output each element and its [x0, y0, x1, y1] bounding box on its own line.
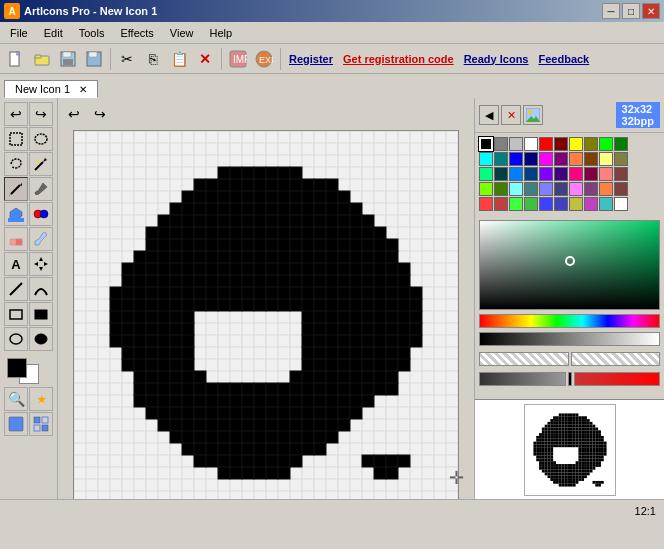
red-strip[interactable]: [574, 372, 661, 386]
tab-close-button[interactable]: ✕: [79, 84, 87, 95]
new-button[interactable]: [4, 47, 28, 71]
rect-select-tool[interactable]: [4, 127, 28, 151]
color-violet[interactable]: [539, 167, 553, 181]
register-link[interactable]: Register: [285, 53, 337, 65]
undo-button[interactable]: ↩: [4, 102, 28, 126]
color-periwinkle[interactable]: [539, 182, 553, 196]
color-black[interactable]: [479, 137, 493, 151]
color-darklime[interactable]: [494, 182, 508, 196]
color-gradient[interactable]: [479, 220, 660, 310]
color-brick[interactable]: [494, 197, 508, 211]
color-skyblue[interactable]: [509, 167, 523, 181]
color-darkolive[interactable]: [614, 152, 628, 166]
line-tool[interactable]: [4, 277, 28, 301]
move-tool[interactable]: [29, 252, 53, 276]
tab-new-icon-1[interactable]: New Icon 1 ✕: [4, 80, 98, 98]
magic-wand-tool[interactable]: ✦: [29, 152, 53, 176]
eyedropper-tool[interactable]: [29, 227, 53, 251]
close-button[interactable]: ✕: [642, 3, 660, 19]
color-slate[interactable]: [554, 182, 568, 196]
color-medblue[interactable]: [539, 197, 553, 211]
color-blue[interactable]: [509, 152, 523, 166]
color-darkteal[interactable]: [494, 167, 508, 181]
open-button[interactable]: [30, 47, 54, 71]
minimize-button[interactable]: ─: [602, 3, 620, 19]
brush-tool[interactable]: [29, 177, 53, 201]
import-button[interactable]: IMP: [226, 47, 250, 71]
color-whiteend[interactable]: [614, 197, 628, 211]
color-brown[interactable]: [584, 152, 598, 166]
color-olive[interactable]: [584, 137, 598, 151]
color-mint[interactable]: [479, 167, 493, 181]
color-darkrose[interactable]: [614, 167, 628, 181]
color-rose[interactable]: [584, 167, 598, 181]
color-orange[interactable]: [569, 152, 583, 166]
color-coral[interactable]: [599, 182, 613, 196]
color-medpurple[interactable]: [584, 197, 598, 211]
color-yellow[interactable]: [569, 137, 583, 151]
eraser-tool[interactable]: [4, 227, 28, 251]
color-tomato[interactable]: [479, 197, 493, 211]
color-green[interactable]: [614, 137, 628, 151]
rp-image-button[interactable]: [523, 105, 543, 125]
color-sienna[interactable]: [614, 182, 628, 196]
color-salmon[interactable]: [599, 167, 613, 181]
color-magenta[interactable]: [539, 152, 553, 166]
color-gray[interactable]: [509, 137, 523, 151]
menu-tools[interactable]: Tools: [71, 25, 113, 41]
circle-select-tool[interactable]: [29, 127, 53, 151]
dotted-mode-btn[interactable]: [29, 412, 53, 436]
paint-mode-btn[interactable]: [4, 412, 28, 436]
color-white[interactable]: [524, 137, 538, 151]
zoom-tool[interactable]: 🔍: [4, 387, 28, 411]
fill-tool[interactable]: [4, 202, 28, 226]
color-mauve[interactable]: [584, 182, 598, 196]
transparent-strip-2[interactable]: [571, 352, 661, 366]
save-button[interactable]: [56, 47, 80, 71]
filled-ellipse-tool[interactable]: [29, 327, 53, 351]
text-tool[interactable]: A: [4, 252, 28, 276]
color-darkgray[interactable]: [494, 137, 508, 151]
color-medgreen[interactable]: [524, 197, 538, 211]
menu-help[interactable]: Help: [201, 25, 240, 41]
hue-slider[interactable]: [479, 314, 660, 328]
dark-strip[interactable]: [479, 372, 566, 386]
lasso-tool[interactable]: [4, 152, 28, 176]
color-medindigo[interactable]: [554, 197, 568, 211]
color-lightcyan[interactable]: [509, 182, 523, 196]
color-chartreuse[interactable]: [479, 182, 493, 196]
rect-tool[interactable]: [4, 302, 28, 326]
color-darkred[interactable]: [554, 137, 568, 151]
paste-button[interactable]: 📋: [167, 47, 191, 71]
saveall-button[interactable]: [82, 47, 106, 71]
rp-prev-button[interactable]: ◀: [479, 105, 499, 125]
brightness-slider[interactable]: [479, 332, 660, 346]
color-cyan[interactable]: [479, 152, 493, 166]
menu-view[interactable]: View: [162, 25, 202, 41]
transparent-strip[interactable]: [479, 352, 569, 366]
color-lime[interactable]: [599, 137, 613, 151]
color-darkblue2[interactable]: [524, 167, 538, 181]
replace-tool[interactable]: [29, 202, 53, 226]
canvas-redo-button[interactable]: ↪: [88, 102, 112, 126]
foreground-color[interactable]: [7, 358, 27, 378]
color-seafoam[interactable]: [524, 182, 538, 196]
ellipse-tool[interactable]: [4, 327, 28, 351]
copy-button[interactable]: ⎘: [141, 47, 165, 71]
menu-effects[interactable]: Effects: [112, 25, 161, 41]
color-red[interactable]: [539, 137, 553, 151]
export-button[interactable]: EXP: [252, 47, 276, 71]
color-medcyan[interactable]: [599, 197, 613, 211]
get-code-link[interactable]: Get registration code: [339, 53, 458, 65]
color-lightyellow[interactable]: [599, 152, 613, 166]
rp-delete-button[interactable]: ✕: [501, 105, 521, 125]
menu-edit[interactable]: Edit: [36, 25, 71, 41]
color-pink[interactable]: [569, 167, 583, 181]
feedback-link[interactable]: Feedback: [534, 53, 593, 65]
filled-rect-tool[interactable]: [29, 302, 53, 326]
menu-file[interactable]: File: [2, 25, 36, 41]
black-strip[interactable]: [568, 372, 572, 386]
cut-button[interactable]: ✂: [115, 47, 139, 71]
delete-button[interactable]: ✕: [193, 47, 217, 71]
color-goldyellow[interactable]: [569, 197, 583, 211]
